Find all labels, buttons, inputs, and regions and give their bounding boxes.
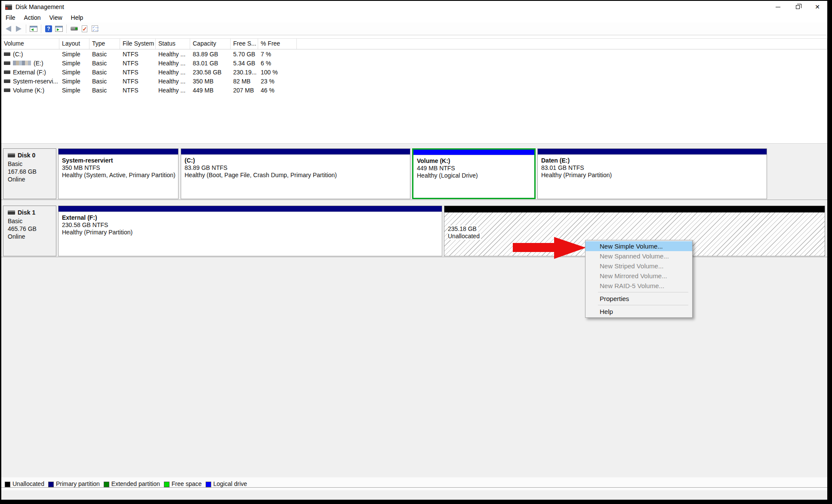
- show-action-pane-button[interactable]: [54, 24, 64, 34]
- file-system-cell: NTFS: [120, 87, 156, 94]
- partition-color-bar: [59, 206, 442, 212]
- table-row[interactable]: External (F:)SimpleBasicNTFSHealthy ...2…: [1, 68, 827, 77]
- column-header-file-system[interactable]: File System: [120, 39, 156, 49]
- disk-name: Disk 0: [8, 152, 56, 159]
- table-row[interactable]: Volume (K:)SimpleBasicNTFSHealthy ...449…: [1, 86, 827, 95]
- partition-label: System-reserviert350 MB NTFSHealthy (Sys…: [59, 154, 178, 179]
- column-header-type[interactable]: Type: [89, 39, 120, 49]
- status-cell: Healthy ...: [156, 87, 190, 94]
- table-row[interactable]: (C:)SimpleBasicNTFSHealthy ...83.89 GB5.…: [1, 49, 827, 58]
- type-cell: Basic: [89, 60, 120, 67]
- legend-extended-partition: Extended partition: [104, 481, 160, 487]
- menu-item-help[interactable]: Help: [585, 307, 692, 317]
- layout-cell: Simple: [59, 51, 89, 58]
- disk-info-panel-1[interactable]: Disk 1Basic465.76 GBOnline: [3, 206, 56, 256]
- legend-color-swatch: [164, 482, 169, 487]
- column-header-blank[interactable]: [297, 39, 827, 49]
- checklist-icon: [92, 25, 98, 32]
- menu-item-new-spanned-volume: New Spanned Volume...: [585, 251, 692, 261]
- column-header-layout[interactable]: Layout: [59, 39, 89, 49]
- drive-tool-button[interactable]: [69, 24, 79, 34]
- disk-icon: [8, 210, 15, 215]
- check-document-icon: [82, 25, 87, 32]
- menu-item-new-mirrored-volume: New Mirrored Volume...: [585, 271, 692, 281]
- partition-color-bar: [413, 150, 534, 155]
- layout-cell: Simple: [59, 69, 89, 76]
- legend-divider-line: [1, 487, 827, 488]
- column-header-free-s-[interactable]: Free S...: [231, 39, 258, 49]
- status-cell: Healthy ...: [156, 69, 190, 76]
- pct-free-cell: 23 %: [258, 78, 297, 85]
- disk-row-separator: [1, 257, 827, 257]
- partition--c-[interactable]: (C:)83.89 GB NTFSHealthy (Boot, Page Fil…: [181, 148, 410, 199]
- pct-free-cell: 7 %: [258, 51, 297, 58]
- menu-help[interactable]: Help: [67, 13, 88, 22]
- help-button[interactable]: ?: [43, 24, 54, 34]
- file-system-cell: NTFS: [120, 78, 156, 85]
- menu-item-properties[interactable]: Properties: [585, 294, 692, 304]
- disk-row-1: Disk 1Basic465.76 GBOnlineExternal (F:)2…: [1, 205, 827, 257]
- partition-system-reserviert[interactable]: System-reserviert350 MB NTFSHealthy (Sys…: [58, 148, 179, 199]
- toolbar: ?: [1, 22, 827, 35]
- back-button[interactable]: [3, 24, 13, 34]
- toolbar-separator: [66, 25, 67, 33]
- toolbar-separator: [26, 25, 26, 33]
- disk-status: Online: [8, 175, 56, 183]
- status-bar-strip: [1, 490, 827, 500]
- restore-button[interactable]: [788, 1, 807, 13]
- legend-free-space: Free space: [164, 481, 202, 487]
- volume-list-header: VolumeLayoutTypeFile SystemStatusCapacit…: [1, 38, 827, 49]
- column-header-volume[interactable]: Volume: [1, 39, 59, 49]
- table-row[interactable]: (E:)SimpleBasicNTFSHealthy ...83.01 GB5.…: [1, 58, 827, 68]
- partition-name: Volume (K:): [417, 157, 531, 165]
- partition-daten-e-[interactable]: Daten (E:)83.01 GB NTFSHealthy (Primary …: [537, 148, 767, 199]
- capacity-cell: 350 MB: [190, 78, 231, 85]
- column-header-status[interactable]: Status: [156, 39, 190, 49]
- column-header-capacity[interactable]: Capacity: [190, 39, 231, 49]
- checklist-button[interactable]: [89, 24, 100, 34]
- graphical-view-pane: Disk 0Basic167.68 GBOnlineSystem-reservi…: [1, 143, 827, 477]
- partition-volume-k-[interactable]: Volume (K:)449 MB NTFSHealthy (Logical D…: [412, 148, 536, 199]
- disk-management-window: Disk Management ✕ File Action View Help …: [1, 1, 827, 500]
- show-console-tree-button[interactable]: [28, 24, 39, 34]
- partition-label: Daten (E:)83.01 GB NTFSHealthy (Primary …: [538, 154, 767, 179]
- table-row[interactable]: System-reservi...SimpleBasicNTFSHealthy …: [1, 77, 827, 86]
- menu-file[interactable]: File: [1, 13, 20, 22]
- volume-name: (C:): [13, 51, 23, 58]
- legend-label: Extended partition: [111, 481, 160, 487]
- pct-free-cell: 100 %: [258, 69, 297, 76]
- menu-view[interactable]: View: [45, 13, 66, 22]
- partition-status: Healthy (Primary Partition): [62, 229, 438, 236]
- back-icon: [6, 26, 11, 32]
- disk-name: Disk 1: [8, 209, 56, 216]
- menu-item-new-simple-volume[interactable]: New Simple Volume...: [585, 241, 692, 251]
- type-cell: Basic: [89, 87, 120, 94]
- red-arrow-annotation: [513, 236, 589, 261]
- type-cell: Basic: [89, 78, 120, 85]
- free-space-cell: 5.34 GB: [231, 60, 258, 67]
- partition-name: System-reserviert: [62, 157, 175, 164]
- partition-color-bar: [444, 206, 825, 212]
- legend-unallocated: Unallocated: [5, 481, 44, 487]
- forward-button[interactable]: [13, 24, 24, 34]
- volume-name: Volume (K:): [13, 87, 44, 94]
- menu-separator: [598, 305, 688, 305]
- disk-info-panel-0[interactable]: Disk 0Basic167.68 GBOnline: [3, 148, 56, 199]
- partition-label: External (F:)230.58 GB NTFSHealthy (Prim…: [59, 212, 442, 236]
- partition-name: External (F:): [62, 214, 438, 221]
- disk-management-icon: [5, 4, 12, 10]
- column-header--free[interactable]: % Free: [258, 39, 297, 49]
- partition-name: (C:): [185, 157, 407, 164]
- minimize-button[interactable]: [768, 1, 788, 13]
- capacity-cell: 83.89 GB: [190, 51, 231, 58]
- volume-name: External (F:): [13, 69, 46, 76]
- layout-cell: Simple: [59, 87, 89, 94]
- partition-external-f-[interactable]: External (F:)230.58 GB NTFSHealthy (Prim…: [58, 206, 442, 256]
- menu-action[interactable]: Action: [20, 13, 45, 22]
- partition-color-bar: [59, 149, 178, 154]
- volume-icon: [4, 52, 10, 56]
- legend-color-swatch: [104, 482, 109, 487]
- volume-name: System-reservi...: [13, 78, 58, 85]
- check-document-button[interactable]: [79, 24, 89, 34]
- close-button[interactable]: ✕: [807, 1, 827, 13]
